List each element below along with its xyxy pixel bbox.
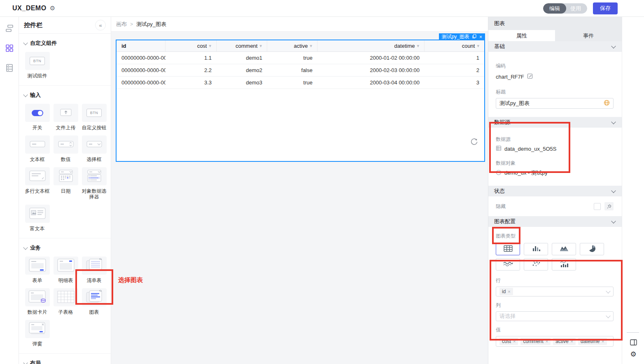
cell: true [267, 77, 317, 89]
palette-item-selectbox[interactable]: 选择框 [80, 135, 108, 162]
col-placeholder: 请选择 [499, 313, 516, 320]
palette-item-form[interactable]: 表单 [23, 257, 51, 283]
table-row[interactable]: 00000000-0000-0000... 3.3 demo3 true 200… [117, 77, 484, 89]
app-settings-gear-icon[interactable]: ⚙ [50, 5, 55, 12]
scatter-chart-icon [532, 261, 541, 268]
subgrid-icon [57, 291, 75, 304]
chart-type-line-button[interactable] [496, 258, 520, 271]
panel-toggle-icon[interactable] [629, 338, 637, 346]
datasource-value[interactable]: data_demo_ux_5O5S [504, 146, 556, 152]
palette-item-file-upload[interactable]: 文件上传 [51, 104, 80, 131]
edit-mode-button[interactable]: 编辑 [543, 3, 566, 14]
palette-item-list-table[interactable]: 清单表 [80, 257, 108, 283]
copy-icon[interactable] [472, 34, 476, 40]
settings-gear-icon[interactable]: ⚙ [629, 350, 637, 358]
chart-type-area-button[interactable] [552, 243, 576, 255]
refresh-icon[interactable] [471, 138, 478, 146]
row-select[interactable]: id× [496, 287, 614, 296]
section-label: 自定义组件 [30, 40, 57, 47]
sort-caret-icon: ▾ [417, 40, 419, 51]
palette-item-subgrid[interactable]: 子表格 [51, 288, 80, 315]
palette-item-date[interactable]: 日期 [51, 167, 80, 200]
palette-item-textarea[interactable]: 多行文本框 [23, 167, 51, 200]
field-tag: active× [553, 338, 576, 345]
remove-tag-icon[interactable]: × [513, 339, 516, 344]
palette-item-custom-button[interactable]: BTN 自定义按钮 [80, 104, 108, 131]
chevron-down-icon[interactable] [23, 92, 28, 97]
data-model-icon[interactable] [5, 63, 14, 73]
remove-tag-icon[interactable]: × [546, 339, 548, 344]
btn-box-icon: BTN [86, 109, 102, 117]
title-input[interactable] [496, 98, 614, 109]
chevron-down-icon [611, 119, 616, 124]
breadcrumb-current: 测试py_图表 [136, 21, 166, 28]
chevron-down-icon [611, 188, 616, 193]
section-basic[interactable]: 基础 [488, 41, 622, 52]
remove-tag-icon[interactable]: × [508, 289, 510, 294]
detail-table-icon [57, 259, 75, 273]
chart-type-scatter-button[interactable] [524, 258, 548, 271]
tab-properties[interactable]: 属性 [488, 30, 555, 41]
mode-toggle: 编辑 使用 [543, 3, 587, 14]
palette-item-richtext[interactable]: 富文本 [23, 205, 51, 231]
datasource-label: 数据源 [496, 136, 622, 143]
column-header: id [121, 40, 126, 51]
app-title: UX_DEMO [12, 5, 47, 12]
save-button[interactable]: 保存 [593, 2, 618, 14]
section-business: 业务 表单 明细表 清单表 数据卡片 [19, 238, 111, 354]
palette-item-modal[interactable]: 弹窗 [23, 320, 51, 347]
chevron-down-icon[interactable] [23, 245, 28, 250]
outline-tree-icon[interactable] [5, 23, 14, 33]
table-row[interactable]: 00000000-0000-0000... 2.2 demo2 false 20… [117, 64, 484, 77]
title-input-field[interactable] [499, 100, 604, 107]
table-row[interactable]: 00000000-0000-0000... 1.1 demo1 true 200… [117, 52, 484, 64]
code-value: chart_RF7F [496, 74, 524, 80]
pin-icon[interactable] [604, 202, 614, 210]
value-select[interactable]: cost× comment× active× datetime× [496, 336, 614, 347]
section-state[interactable]: 状态 [488, 186, 622, 196]
palette-item-object-picker[interactable]: 对象数据选择器 [80, 167, 108, 200]
breadcrumb-root[interactable]: 画布 [116, 21, 127, 28]
palette-item-detail-table[interactable]: 明细表 [51, 257, 80, 283]
tab-events[interactable]: 事件 [555, 30, 622, 41]
collapse-sidebar-button[interactable]: « [95, 20, 106, 30]
widget-selection-tab[interactable]: 测试py_图表 × [439, 33, 485, 40]
hidden-checkbox[interactable] [594, 203, 601, 210]
chart-type-pie-button[interactable] [580, 243, 604, 255]
cell: demo3 [217, 77, 267, 89]
chart-type-combo-button[interactable] [552, 258, 576, 271]
chart-type-table-button[interactable] [496, 243, 520, 255]
remove-tag-icon[interactable]: × [571, 339, 573, 344]
cell: 2000-02-03 00:00:00 [317, 64, 425, 77]
data-table: id cost▾ comment▾ active▾ datetime▾ coun… [117, 40, 484, 89]
chart-widget-selected[interactable]: 测试py_图表 × id cost▾ comment▾ active▾ date… [116, 40, 485, 162]
palette-item-chart[interactable]: 图表 [80, 288, 108, 315]
col-select[interactable]: 请选择 [496, 311, 614, 321]
section-inputs: 输入 开关 文件上传 BTN 自定义按钮 文本框 [19, 86, 111, 238]
i18n-globe-icon[interactable] [604, 100, 610, 107]
chart-type-bar-button[interactable] [524, 243, 548, 255]
edit-icon[interactable] [527, 73, 533, 80]
column-header: cost [197, 40, 207, 51]
palette-item-number[interactable]: 数值 [51, 135, 80, 162]
chevron-down-icon[interactable] [23, 360, 28, 364]
palette-item-test-component[interactable]: BTN 测试组件 [23, 52, 51, 79]
breadcrumb-separator: > [130, 21, 133, 27]
cell: 2000-03-04 00:00:00 [317, 77, 425, 89]
inspector-tabs: 属性 事件 [488, 30, 622, 41]
palette-item-textbox[interactable]: 文本框 [23, 135, 51, 162]
canvas: 画布 > 测试py_图表 测试py_图表 × id cost▾ comment▾… [111, 17, 488, 364]
dataobject-value[interactable]: demo_ux - 测试py [504, 169, 548, 177]
palette-item-switch[interactable]: 开关 [23, 104, 51, 131]
components-grid-icon[interactable] [5, 43, 14, 53]
palette-item-data-card[interactable]: 数据卡片 [23, 288, 51, 315]
remove-tag-icon[interactable]: × [602, 339, 604, 344]
close-icon[interactable]: × [479, 35, 482, 40]
textarea-icon [29, 170, 46, 182]
dataobject-icon [496, 170, 502, 177]
chevron-down-icon[interactable] [23, 40, 28, 45]
widget-palette: 控件栏 « 自定义组件 BTN 测试组件 输入 开关 [19, 17, 111, 364]
section-chart-config[interactable]: 图表配置 [488, 216, 622, 227]
section-datasource[interactable]: 数据源 [488, 117, 622, 128]
select-input-icon [86, 141, 102, 149]
